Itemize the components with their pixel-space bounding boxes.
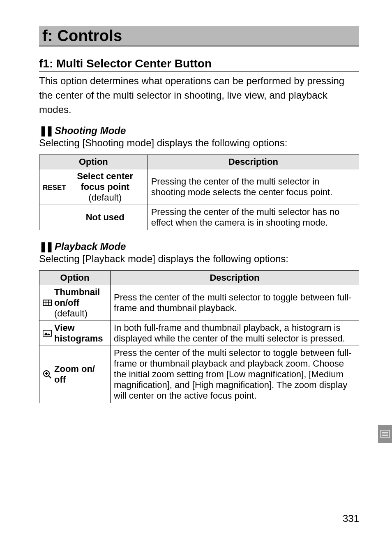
- option-default: (default): [54, 308, 88, 318]
- shooting-options-table: Option Description RESET Select center f…: [39, 155, 359, 230]
- table-row: Not used Pressing the center of the mult…: [39, 205, 359, 230]
- intro-paragraph: This option determines what operations c…: [39, 74, 359, 117]
- manual-page: f: Controls f1: Multi Selector Center Bu…: [0, 0, 392, 540]
- option-name: View histograms: [54, 323, 103, 344]
- mode-heading-playback: ❚❚Playback Mode: [39, 241, 359, 252]
- description-header: Description: [148, 155, 359, 169]
- option-name-cell: Select center focus point (default): [66, 169, 148, 205]
- option-name-cell: Not used: [66, 205, 148, 230]
- option-icon-cell: [39, 321, 55, 346]
- table-header-row: Option Description: [39, 155, 359, 169]
- svg-marker-8: [44, 332, 51, 335]
- svg-rect-5: [46, 303, 48, 305]
- reset-icon: RESET: [43, 182, 66, 192]
- subsection-heading: f1: Multi Selector Center Button: [39, 57, 359, 72]
- option-icon-cell: [39, 285, 55, 321]
- svg-rect-4: [44, 303, 46, 305]
- option-description: Press the center of the multi selector t…: [111, 285, 359, 321]
- option-name: Zoom on/ off: [54, 364, 95, 385]
- svg-rect-7: [43, 330, 52, 337]
- svg-rect-3: [49, 300, 51, 302]
- table-row: RESET Select center focus point (default…: [39, 169, 359, 205]
- playback-options-table: Option Description Thumbnail on/off (def…: [39, 270, 359, 403]
- mode-heading-marker: ❚❚: [39, 241, 55, 252]
- svg-rect-2: [46, 300, 48, 302]
- option-description: Press the center of the multi selector t…: [111, 346, 359, 403]
- svg-rect-1: [44, 300, 46, 302]
- option-name-cell: View histograms: [54, 321, 111, 346]
- zoom-in-icon: [43, 370, 52, 379]
- table-header-row: Option Description: [39, 271, 359, 285]
- option-name-cell: Zoom on/ off: [54, 346, 111, 403]
- mode-heading-marker: ❚❚: [39, 125, 55, 136]
- mode-intro-playback: Selecting [Playback mode] displays the f…: [39, 253, 359, 265]
- option-description: Pressing the center of the multi selecto…: [148, 169, 359, 205]
- option-icon-cell: [39, 346, 55, 403]
- option-name: Not used: [86, 212, 125, 222]
- option-header: Option: [39, 155, 148, 169]
- table-row: Thumbnail on/off (default) Press the cen…: [39, 285, 359, 321]
- mode-heading-label: Shooting Mode: [55, 125, 126, 136]
- image-icon: [43, 330, 52, 337]
- table-row: View histograms In both full-frame and t…: [39, 321, 359, 346]
- option-icon-cell: [39, 205, 66, 230]
- table-row: Zoom on/ off Press the center of the mul…: [39, 346, 359, 403]
- description-header: Description: [111, 271, 359, 285]
- page-number: 331: [343, 513, 359, 524]
- mode-heading-label: Playback Mode: [55, 241, 126, 252]
- option-name: Select center focus point: [77, 171, 133, 192]
- mode-intro-shooting: Selecting [Shooting mode] displays the f…: [39, 137, 359, 149]
- svg-line-10: [48, 376, 51, 378]
- option-name-cell: Thumbnail on/off (default): [54, 285, 111, 321]
- side-tab-menu-icon: [378, 425, 392, 443]
- svg-rect-6: [49, 303, 51, 305]
- option-header: Option: [39, 271, 111, 285]
- option-description: Pressing the center of the multi selecto…: [148, 205, 359, 230]
- section-heading: f: Controls: [39, 26, 359, 46]
- option-icon-cell: RESET: [39, 169, 66, 205]
- thumbnail-grid-icon: [43, 300, 52, 306]
- mode-heading-shooting: ❚❚Shooting Mode: [39, 125, 359, 136]
- option-name: Thumbnail on/off: [54, 287, 100, 308]
- option-description: In both full-frame and thumbnail playbac…: [111, 321, 359, 346]
- option-default: (default): [88, 192, 122, 203]
